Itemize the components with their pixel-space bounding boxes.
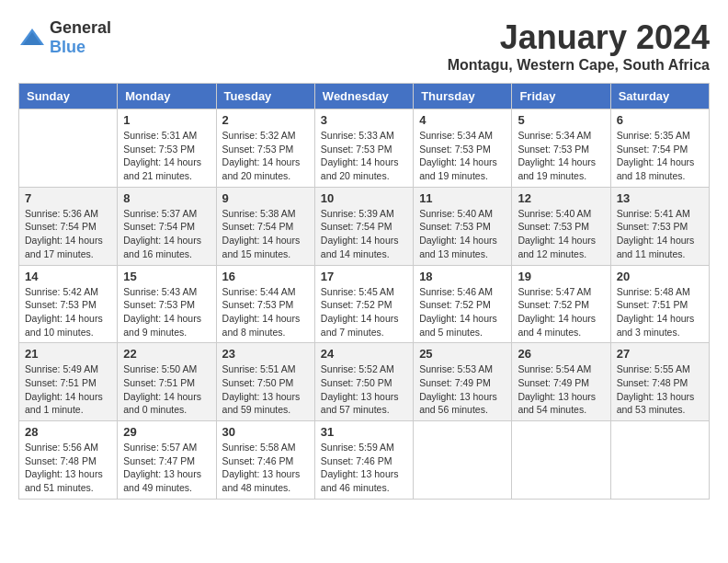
day-info: Sunrise: 5:33 AMSunset: 7:53 PMDaylight:…	[321, 129, 407, 183]
weekday-header: Saturday	[610, 84, 709, 109]
main-title: January 2024	[448, 18, 710, 57]
day-info: Sunrise: 5:45 AMSunset: 7:52 PMDaylight:…	[321, 285, 407, 339]
logo-icon	[18, 27, 46, 49]
calendar-cell: 30Sunrise: 5:58 AMSunset: 7:46 PMDayligh…	[216, 421, 314, 500]
day-info: Sunrise: 5:31 AMSunset: 7:53 PMDaylight:…	[123, 129, 210, 183]
day-info: Sunrise: 5:43 AMSunset: 7:53 PMDaylight:…	[123, 285, 210, 339]
logo-general: General	[50, 18, 111, 37]
calendar-cell: 14Sunrise: 5:42 AMSunset: 7:53 PMDayligh…	[19, 265, 118, 343]
day-number: 1	[123, 113, 210, 127]
calendar-cell	[610, 421, 709, 500]
day-number: 21	[25, 347, 111, 361]
calendar-cell	[512, 421, 610, 500]
calendar-cell: 16Sunrise: 5:44 AMSunset: 7:53 PMDayligh…	[216, 265, 314, 343]
day-info: Sunrise: 5:52 AMSunset: 7:50 PMDaylight:…	[321, 362, 407, 417]
day-number: 6	[617, 113, 703, 127]
calendar-week-row: 28Sunrise: 5:56 AMSunset: 7:48 PMDayligh…	[19, 421, 710, 500]
day-info: Sunrise: 5:35 AMSunset: 7:54 PMDaylight:…	[617, 129, 703, 183]
day-info: Sunrise: 5:50 AMSunset: 7:51 PMDaylight:…	[123, 362, 210, 417]
calendar-cell: 2Sunrise: 5:32 AMSunset: 7:53 PMDaylight…	[216, 109, 314, 188]
day-info: Sunrise: 5:46 AMSunset: 7:52 PMDaylight:…	[419, 285, 506, 339]
calendar-cell: 21Sunrise: 5:49 AMSunset: 7:51 PMDayligh…	[19, 343, 118, 421]
day-number: 7	[25, 191, 111, 205]
day-info: Sunrise: 5:51 AMSunset: 7:50 PMDaylight:…	[222, 362, 309, 417]
day-number: 28	[25, 425, 111, 439]
calendar-week-row: 21Sunrise: 5:49 AMSunset: 7:51 PMDayligh…	[19, 343, 710, 421]
day-number: 20	[617, 270, 703, 283]
day-number: 27	[617, 347, 703, 361]
day-number: 12	[518, 191, 604, 205]
calendar-cell: 17Sunrise: 5:45 AMSunset: 7:52 PMDayligh…	[314, 265, 413, 343]
header: General Blue January 2024 Montagu, Weste…	[18, 18, 710, 74]
weekday-header: Friday	[512, 84, 610, 109]
calendar-body: 1Sunrise: 5:31 AMSunset: 7:53 PMDaylight…	[19, 109, 710, 500]
logo: General Blue	[18, 18, 111, 57]
day-number: 16	[222, 270, 309, 283]
calendar-cell: 3Sunrise: 5:33 AMSunset: 7:53 PMDaylight…	[314, 109, 413, 188]
calendar-cell: 26Sunrise: 5:54 AMSunset: 7:49 PMDayligh…	[512, 343, 610, 421]
day-number: 19	[518, 270, 604, 283]
calendar-cell: 23Sunrise: 5:51 AMSunset: 7:50 PMDayligh…	[216, 343, 314, 421]
calendar-cell: 10Sunrise: 5:39 AMSunset: 7:54 PMDayligh…	[314, 187, 413, 265]
calendar-cell: 20Sunrise: 5:48 AMSunset: 7:51 PMDayligh…	[610, 265, 709, 343]
day-number: 13	[617, 191, 703, 205]
day-info: Sunrise: 5:34 AMSunset: 7:53 PMDaylight:…	[419, 129, 506, 183]
calendar-cell: 25Sunrise: 5:53 AMSunset: 7:49 PMDayligh…	[414, 343, 512, 421]
day-info: Sunrise: 5:32 AMSunset: 7:53 PMDaylight:…	[222, 129, 309, 183]
day-number: 15	[123, 270, 210, 283]
calendar-week-row: 1Sunrise: 5:31 AMSunset: 7:53 PMDaylight…	[19, 109, 710, 188]
day-number: 11	[419, 191, 506, 205]
day-info: Sunrise: 5:36 AMSunset: 7:54 PMDaylight:…	[25, 207, 111, 261]
day-info: Sunrise: 5:56 AMSunset: 7:48 PMDaylight:…	[25, 441, 111, 495]
day-info: Sunrise: 5:57 AMSunset: 7:47 PMDaylight:…	[123, 441, 210, 495]
day-number: 30	[222, 425, 309, 439]
day-info: Sunrise: 5:48 AMSunset: 7:51 PMDaylight:…	[617, 285, 703, 339]
day-number: 14	[25, 270, 111, 283]
day-number: 2	[222, 113, 309, 127]
logo-text: General Blue	[50, 18, 111, 57]
day-number: 9	[222, 191, 309, 205]
day-info: Sunrise: 5:37 AMSunset: 7:54 PMDaylight:…	[123, 207, 210, 261]
calendar-cell: 28Sunrise: 5:56 AMSunset: 7:48 PMDayligh…	[19, 421, 118, 500]
day-number: 24	[321, 347, 407, 361]
day-number: 22	[123, 347, 210, 361]
day-info: Sunrise: 5:59 AMSunset: 7:46 PMDaylight:…	[321, 441, 407, 495]
day-number: 18	[419, 270, 506, 283]
day-info: Sunrise: 5:40 AMSunset: 7:53 PMDaylight:…	[518, 207, 604, 261]
calendar-cell: 18Sunrise: 5:46 AMSunset: 7:52 PMDayligh…	[414, 265, 512, 343]
calendar-cell: 8Sunrise: 5:37 AMSunset: 7:54 PMDaylight…	[118, 187, 216, 265]
weekday-header: Tuesday	[216, 84, 314, 109]
day-info: Sunrise: 5:55 AMSunset: 7:48 PMDaylight:…	[617, 362, 703, 417]
weekday-header: Wednesday	[314, 84, 413, 109]
calendar-cell: 27Sunrise: 5:55 AMSunset: 7:48 PMDayligh…	[610, 343, 709, 421]
calendar-cell: 11Sunrise: 5:40 AMSunset: 7:53 PMDayligh…	[414, 187, 512, 265]
day-number: 31	[321, 425, 407, 439]
calendar-cell: 5Sunrise: 5:34 AMSunset: 7:53 PMDaylight…	[512, 109, 610, 188]
day-number: 29	[123, 425, 210, 439]
weekday-row: SundayMondayTuesdayWednesdayThursdayFrid…	[19, 84, 710, 109]
day-info: Sunrise: 5:40 AMSunset: 7:53 PMDaylight:…	[419, 207, 506, 261]
weekday-header: Monday	[118, 84, 216, 109]
day-number: 17	[321, 270, 407, 283]
day-number: 23	[222, 347, 309, 361]
calendar-cell: 19Sunrise: 5:47 AMSunset: 7:52 PMDayligh…	[512, 265, 610, 343]
logo-blue: Blue	[50, 38, 85, 56]
day-number: 25	[419, 347, 506, 361]
calendar-cell: 15Sunrise: 5:43 AMSunset: 7:53 PMDayligh…	[118, 265, 216, 343]
calendar-cell	[414, 421, 512, 500]
day-info: Sunrise: 5:49 AMSunset: 7:51 PMDaylight:…	[25, 362, 111, 417]
calendar-cell: 4Sunrise: 5:34 AMSunset: 7:53 PMDaylight…	[414, 109, 512, 188]
day-number: 3	[321, 113, 407, 127]
calendar-cell: 22Sunrise: 5:50 AMSunset: 7:51 PMDayligh…	[118, 343, 216, 421]
day-number: 26	[518, 347, 604, 361]
calendar-cell: 24Sunrise: 5:52 AMSunset: 7:50 PMDayligh…	[314, 343, 413, 421]
day-info: Sunrise: 5:39 AMSunset: 7:54 PMDaylight:…	[321, 207, 407, 261]
day-number: 5	[518, 113, 604, 127]
calendar-cell: 7Sunrise: 5:36 AMSunset: 7:54 PMDaylight…	[19, 187, 118, 265]
day-info: Sunrise: 5:44 AMSunset: 7:53 PMDaylight:…	[222, 285, 309, 339]
calendar-cell: 13Sunrise: 5:41 AMSunset: 7:53 PMDayligh…	[610, 187, 709, 265]
day-info: Sunrise: 5:34 AMSunset: 7:53 PMDaylight:…	[518, 129, 604, 183]
day-number: 8	[123, 191, 210, 205]
day-info: Sunrise: 5:54 AMSunset: 7:49 PMDaylight:…	[518, 362, 604, 417]
calendar-cell: 9Sunrise: 5:38 AMSunset: 7:54 PMDaylight…	[216, 187, 314, 265]
